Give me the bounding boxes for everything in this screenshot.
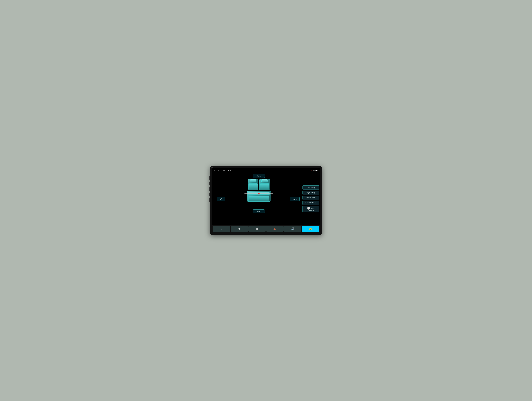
crown-icon: 👑 bbox=[309, 227, 312, 230]
bottom-btn-equalizer[interactable]: 🖥 bbox=[213, 226, 230, 232]
bottom-bar: 🖥 ↺ ⫿⫿ 🎻 🔊 👑 bbox=[212, 225, 320, 233]
main-content: left front bbox=[212, 173, 320, 225]
back-row-mode-button[interactable]: Back row mode bbox=[303, 201, 319, 205]
left-panel: left bbox=[212, 173, 230, 225]
device: MIC RST ◁ ⬭ ▭ 📍 08:03 bbox=[210, 166, 322, 235]
reset-icon: ↺ bbox=[238, 227, 241, 230]
clock: 08:03 bbox=[313, 169, 318, 172]
mic-label: MIC bbox=[211, 167, 213, 168]
center-area: front bbox=[230, 173, 288, 225]
rear-seat[interactable] bbox=[247, 191, 271, 201]
screen: ◁ ⬭ ▭ 📍 08:03 left front bbox=[212, 168, 320, 233]
left-button[interactable]: left bbox=[217, 197, 225, 201]
rear-seat-top bbox=[248, 192, 270, 195]
rear-seat-body bbox=[248, 195, 269, 201]
home-nav-icon[interactable]: ⬭ bbox=[218, 169, 220, 172]
loudness-toggle[interactable] bbox=[307, 207, 310, 210]
bottom-btn-music[interactable]: 🎻 bbox=[266, 226, 284, 232]
rear-button[interactable]: rear bbox=[253, 209, 265, 213]
central-mode-button[interactable]: Central mode bbox=[303, 196, 319, 200]
status-dot-1 bbox=[228, 170, 229, 171]
time-display: 📍 08:03 bbox=[311, 169, 318, 172]
back-nav-icon[interactable]: ◁ bbox=[214, 169, 215, 172]
far-right-panel: Left driving Right driving Central mode … bbox=[302, 173, 320, 225]
loudness-label: Loudness bbox=[308, 210, 314, 212]
seat-headrest-fr bbox=[261, 179, 268, 182]
hw-btn-back[interactable] bbox=[209, 187, 210, 191]
tuner-icon: ⫿⫿ bbox=[256, 227, 258, 230]
hw-btn-vol-down[interactable] bbox=[209, 198, 210, 202]
hardware-side-buttons bbox=[209, 176, 210, 202]
front-button[interactable]: front bbox=[253, 174, 265, 178]
seats-container bbox=[245, 179, 273, 209]
bottom-btn-reset[interactable]: ↺ bbox=[231, 226, 248, 232]
right-button[interactable]: right bbox=[290, 197, 299, 201]
status-icons bbox=[228, 170, 231, 171]
volume-icon: 🔊 bbox=[291, 227, 294, 230]
hw-btn-vol-up[interactable] bbox=[209, 193, 210, 196]
nav-icons: ◁ ⬭ ▭ bbox=[214, 169, 231, 172]
seat-headrest-fl bbox=[250, 179, 256, 182]
bottom-btn-tuner[interactable]: ⫿⫿ bbox=[248, 226, 266, 232]
top-bar: ◁ ⬭ ▭ 📍 08:03 bbox=[212, 168, 320, 173]
status-dot-2 bbox=[230, 170, 231, 171]
hw-btn-power[interactable] bbox=[209, 176, 210, 180]
hw-btn-home[interactable] bbox=[209, 182, 210, 185]
bottom-btn-volume[interactable]: 🔊 bbox=[284, 226, 301, 232]
seat-body-fl bbox=[248, 183, 258, 190]
location-icon: 📍 bbox=[311, 170, 313, 172]
front-seats bbox=[248, 179, 270, 190]
front-left-seat[interactable] bbox=[248, 179, 258, 190]
bottom-btn-crown[interactable]: 👑 bbox=[302, 226, 319, 232]
right-driving-button[interactable]: Right driving bbox=[303, 191, 319, 195]
music-icon: 🎻 bbox=[273, 227, 277, 230]
loudness-section: OFF Loudness bbox=[303, 206, 319, 212]
right-panel: right bbox=[288, 173, 302, 225]
loudness-state: OFF bbox=[311, 207, 315, 209]
loudness-toggle-row: OFF bbox=[307, 207, 315, 210]
left-driving-button[interactable]: Left driving bbox=[303, 186, 319, 190]
equalizer-icon: 🖥 bbox=[220, 227, 223, 230]
front-right-seat[interactable] bbox=[259, 179, 270, 190]
seat-body-fr bbox=[260, 183, 269, 190]
recents-nav-icon[interactable]: ▭ bbox=[223, 169, 225, 172]
